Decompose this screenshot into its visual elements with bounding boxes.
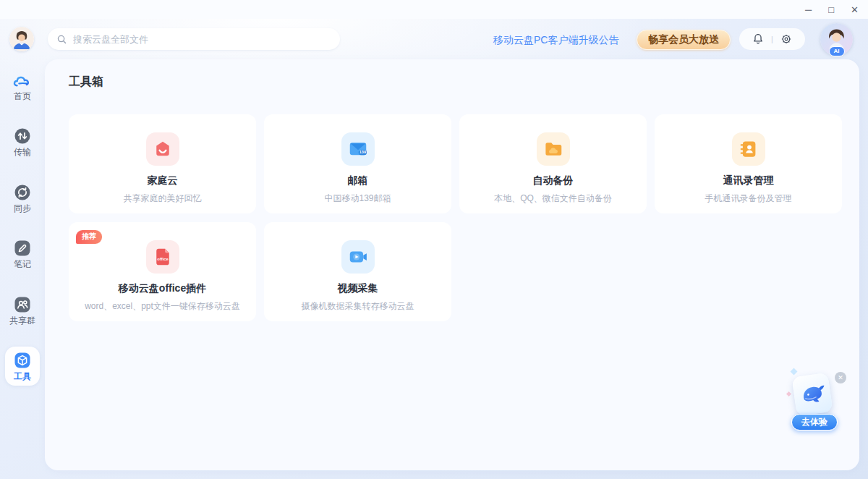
user-avatar-image <box>9 27 34 51</box>
tool-card-title: 移动云盘office插件 <box>119 282 206 295</box>
transfer-icon <box>14 127 31 145</box>
office-label: office <box>157 257 168 261</box>
page-title: 工具箱 <box>69 75 103 90</box>
auto-backup-folder-icon <box>537 132 570 166</box>
sidebar-item-label: 首页 <box>14 91 31 101</box>
tool-card-auto-backup[interactable]: 自动备份 本地、QQ、微信文件自动备份 <box>459 114 647 213</box>
sidebar-nav: 首页 传输 同步 <box>0 69 45 386</box>
close-button[interactable]: ✕ <box>851 5 859 14</box>
tool-card-desc: word、excel、ppt文件一键保存移动云盘 <box>85 300 240 313</box>
tools-cube-icon <box>14 352 31 369</box>
tool-card-desc: 手机通讯录备份及管理 <box>705 192 792 205</box>
pill-divider: | <box>771 35 773 43</box>
tool-card-title: 邮箱 <box>348 174 368 187</box>
minimize-button[interactable]: ─ <box>805 5 812 14</box>
member-promo-button[interactable]: 畅享会员大放送 <box>637 30 731 50</box>
sparkle-decoration <box>786 391 791 397</box>
tool-card-desc: 摄像机数据采集转存移动云盘 <box>302 300 414 313</box>
promo-cta-button[interactable]: 去体验 <box>791 414 838 431</box>
search-input[interactable] <box>73 34 331 45</box>
tool-card-contacts[interactable]: 通讯录管理 手机通讯录备份及管理 <box>655 114 842 213</box>
tool-card-desc: 本地、QQ、微信文件自动备份 <box>494 192 612 205</box>
mail-139-label: 139 <box>359 150 365 154</box>
whale-icon <box>796 378 828 410</box>
mail-icon: 139 <box>341 132 375 166</box>
office-doc-icon: office <box>146 240 179 274</box>
tool-card-mail[interactable]: 139 邮箱 中国移动139邮箱 <box>264 114 451 213</box>
sidebar-item-transfer[interactable]: 传输 <box>5 122 40 161</box>
tool-card-family-cloud[interactable]: 家庭云 共享家庭的美好回忆 <box>69 114 256 213</box>
sidebar-item-tools[interactable]: 工具 <box>5 347 40 386</box>
tool-card-video-capture[interactable]: 视频采集 摄像机数据采集转存移动云盘 <box>264 222 451 321</box>
toolbox-panel: 工具箱 家庭云 共享家庭的美好回忆 <box>45 59 859 470</box>
shared-group-icon <box>14 296 31 313</box>
maximize-button[interactable]: □ <box>828 5 834 14</box>
sync-icon <box>14 184 31 201</box>
tool-card-title: 通讯录管理 <box>723 174 774 187</box>
sidebar-item-label: 共享群 <box>9 315 35 326</box>
quick-actions-pill: | <box>739 28 805 50</box>
window-titlebar: ─ □ ✕ <box>0 0 868 19</box>
tool-card-desc: 中国移动139邮箱 <box>324 192 391 205</box>
search-icon <box>56 34 67 45</box>
sidebar-item-label: 同步 <box>14 203 31 213</box>
tool-card-desc: 共享家庭的美好回忆 <box>124 192 202 205</box>
app-window: 移动云盘PC客户端升级公告 畅享会员大放送 | <box>0 19 868 479</box>
upgrade-notice-link[interactable]: 移动云盘PC客户端升级公告 <box>493 34 618 47</box>
contacts-book-icon <box>732 132 765 166</box>
promo-close-icon[interactable]: ✕ <box>835 372 846 383</box>
search-bar[interactable] <box>48 28 340 50</box>
sidebar-item-label: 传输 <box>14 147 31 157</box>
window-controls: ─ □ ✕ <box>805 0 859 19</box>
whale-mascot[interactable] <box>791 373 833 416</box>
sidebar-item-sync[interactable]: 同步 <box>5 179 40 218</box>
sidebar-item-shared-group[interactable]: 共享群 <box>5 291 40 330</box>
user-avatar[interactable] <box>9 27 34 51</box>
account-avatar[interactable]: AI <box>820 23 853 56</box>
tool-card-office-plugin[interactable]: 推荐 office 移动云盘office插件 word、excel、ppt文件一… <box>69 222 256 321</box>
tool-card-title: 自动备份 <box>533 174 574 187</box>
gear-icon[interactable] <box>780 33 793 46</box>
recommend-badge: 推荐 <box>76 230 102 244</box>
video-camera-icon <box>341 240 375 274</box>
notes-pen-icon <box>14 240 31 257</box>
sidebar-item-notes[interactable]: 笔记 <box>5 234 40 274</box>
bell-icon[interactable] <box>752 33 765 46</box>
family-cloud-icon <box>146 132 179 166</box>
sidebar-item-label: 工具 <box>14 371 31 381</box>
sidebar-item-home[interactable]: 首页 <box>5 69 40 106</box>
ai-badge: AI <box>829 46 845 56</box>
promo-widget: ✕ 去体验 <box>787 368 868 440</box>
cloud-logo-icon <box>13 75 32 89</box>
tool-card-title: 家庭云 <box>148 174 178 187</box>
sidebar-item-label: 笔记 <box>14 259 31 269</box>
tool-card-grid: 家庭云 共享家庭的美好回忆 139 邮箱 中国移动139邮箱 <box>69 114 842 321</box>
sparkle-decoration <box>791 368 798 376</box>
tool-card-title: 视频采集 <box>338 282 378 295</box>
